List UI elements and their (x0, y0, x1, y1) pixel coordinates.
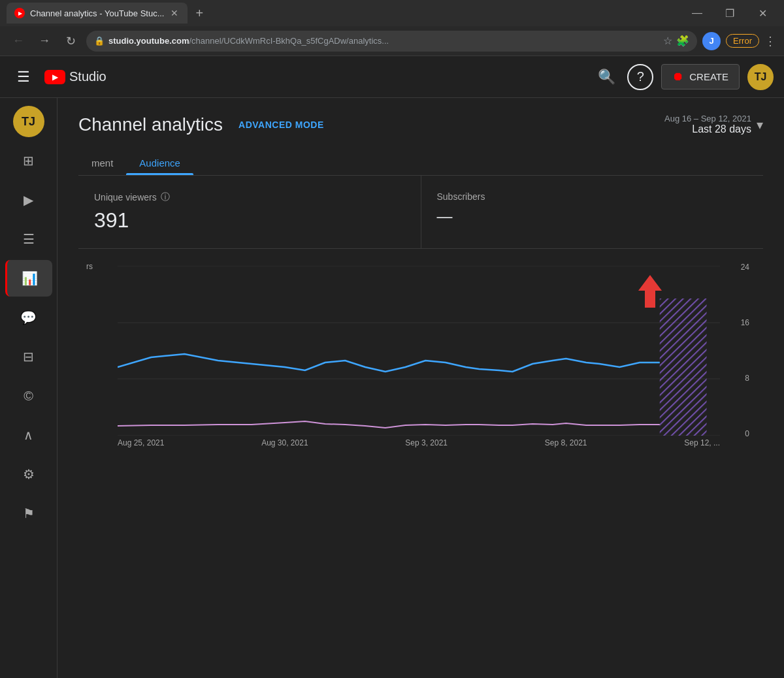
y-label-8: 8 (745, 374, 749, 383)
content-icon: ▶ (24, 192, 33, 208)
url-domain: studio.youtube.com (108, 36, 189, 46)
unique-viewers-text: Unique viewers (94, 192, 157, 202)
minimize-button[interactable]: — (682, 0, 712, 26)
hamburger-menu-button[interactable]: ☰ (10, 64, 37, 90)
sidebar-item-dashboard[interactable]: ⊞ (5, 142, 52, 179)
page-title: Channel analytics (78, 114, 223, 135)
create-button[interactable]: ⏺ CREATE (661, 64, 740, 89)
address-bar: ← → ↻ 🔒 studio.youtube.com/channel/UCdkW… (0, 26, 784, 56)
x-label-aug25: Aug 25, 2021 (118, 438, 164, 447)
tab-close-button[interactable]: ✕ (169, 8, 180, 18)
forward-button[interactable]: → (34, 31, 55, 52)
x-label-sep8: Sep 8, 2021 (545, 438, 587, 447)
tab-audience[interactable]: Audience (126, 151, 193, 175)
unique-viewers-label: Unique viewers ⓘ (94, 191, 405, 203)
chevron-down-icon: ▾ (757, 117, 763, 133)
yt-main-content: TJ ⊞ ▶ ☰ 📊 💬 ⊟ © ∧ (0, 98, 784, 678)
channel-avatar[interactable]: TJ (747, 64, 774, 90)
title-bar: Channel analytics - YouTube Stuc... ✕ + … (0, 0, 784, 26)
tab-title: Channel analytics - YouTube Stuc... (30, 8, 164, 18)
sidebar-item-more[interactable]: ∧ (5, 417, 52, 453)
sidebar-item-feedback[interactable]: ⚑ (5, 495, 52, 532)
yt-studio-logo[interactable]: Studio (44, 69, 106, 84)
feedback-icon: ⚑ (23, 506, 35, 521)
sidebar-channel-avatar[interactable]: TJ (13, 106, 44, 137)
subtitles-icon: ⊟ (23, 349, 34, 364)
y-label-24: 24 (741, 263, 749, 272)
tab-engagement-label: ment (91, 157, 113, 169)
create-label: CREATE (689, 71, 728, 82)
x-label-sep12: Sep 12, ... (684, 438, 720, 447)
analytics-chart: rs (78, 249, 763, 471)
date-range-text: Aug 16 – Sep 12, 2021 Last 28 days (664, 114, 751, 135)
advanced-mode-button[interactable]: ADVANCED MODE (238, 120, 324, 130)
more-icon: ∧ (24, 427, 33, 443)
analytics-icon: 📊 (22, 270, 38, 286)
settings-icon: ⚙ (23, 466, 35, 482)
unique-viewers-info-icon[interactable]: ⓘ (161, 191, 170, 203)
url-path: /channel/UCdkWmRcI-BkhQa_s5fCgADw/analyt… (189, 36, 389, 46)
x-label-aug30: Aug 30, 2021 (261, 438, 308, 447)
tab-audience-label: Audience (139, 157, 180, 169)
subscribers-card: Subscribers — (421, 176, 764, 248)
youtube-logo-icon (44, 70, 65, 84)
tab-engagement[interactable]: ment (78, 151, 126, 175)
studio-text: Studio (69, 69, 106, 84)
yt-header: ☰ Studio 🔍 ? ⏺ CREATE TJ (0, 56, 784, 98)
chart-svg-area: 24 16 8 0 (118, 266, 720, 436)
sidebar-item-analytics[interactable]: 📊 (5, 260, 52, 297)
copyright-icon: © (24, 389, 33, 404)
date-range-label: Aug 16 – Sep 12, 2021 (664, 114, 751, 123)
browser-menu-button[interactable]: ⋮ (764, 34, 776, 48)
sidebar-item-subtitles[interactable]: ⊟ (5, 338, 52, 375)
subscribers-value: — (437, 207, 748, 225)
unique-viewers-value: 391 (94, 208, 405, 233)
y-label-16: 16 (741, 318, 749, 327)
close-button[interactable]: ✕ (747, 0, 777, 26)
new-tab-button[interactable]: + (195, 6, 203, 21)
chart-y-axis-label: rs (86, 262, 93, 271)
date-range-value: Last 28 days (664, 123, 751, 135)
bookmark-icon[interactable]: ☆ (663, 35, 672, 47)
search-button[interactable]: 🔍 (593, 64, 619, 90)
analytics-tabs: ment Audience (78, 151, 763, 176)
url-bar[interactable]: 🔒 studio.youtube.com/channel/UCdkWmRcI-B… (86, 31, 697, 52)
svg-marker-0 (638, 275, 662, 308)
reload-button[interactable]: ↻ (60, 31, 81, 52)
error-badge[interactable]: Error (726, 34, 759, 48)
chart-x-labels: Aug 25, 2021 Aug 30, 2021 Sep 3, 2021 Se… (78, 436, 753, 447)
x-label-sep3: Sep 3, 2021 (405, 438, 448, 447)
url-text: studio.youtube.com/channel/UCdkWmRcI-Bkh… (108, 36, 659, 46)
lock-icon: 🔒 (94, 36, 105, 46)
back-button[interactable]: ← (8, 31, 29, 52)
youtube-studio-app: ☰ Studio 🔍 ? ⏺ CREATE TJ TJ ⊞ ▶ ☰ (0, 56, 784, 678)
browser-profile-avatar[interactable]: J (702, 32, 721, 50)
browser-tab[interactable]: Channel analytics - YouTube Stuc... ✕ (7, 3, 188, 24)
sidebar: TJ ⊞ ▶ ☰ 📊 💬 ⊟ © ∧ (0, 98, 57, 678)
sidebar-item-playlists[interactable]: ☰ (5, 221, 52, 257)
sidebar-item-content[interactable]: ▶ (5, 182, 52, 218)
help-button[interactable]: ? (627, 64, 653, 90)
maximize-button[interactable]: ❐ (715, 0, 745, 26)
extensions-icon[interactable]: 🧩 (676, 35, 689, 47)
sidebar-item-settings[interactable]: ⚙ (5, 456, 52, 492)
page-header: Channel analytics ADVANCED MODE Aug 16 –… (78, 114, 763, 135)
sidebar-item-comments[interactable]: 💬 (5, 299, 52, 336)
subscribers-label: Subscribers (437, 191, 748, 202)
youtube-favicon (14, 8, 25, 18)
browser-chrome: Channel analytics - YouTube Stuc... ✕ + … (0, 0, 784, 56)
sidebar-item-copyright[interactable]: © (5, 378, 52, 414)
window-controls: — ❐ ✕ (682, 0, 777, 26)
date-range-button[interactable]: Aug 16 – Sep 12, 2021 Last 28 days ▾ (664, 114, 763, 135)
subscribers-text: Subscribers (437, 191, 485, 202)
red-arrow-indicator (638, 275, 662, 313)
unique-viewers-card: Unique viewers ⓘ 391 (78, 176, 421, 248)
stats-row: Unique viewers ⓘ 391 Subscribers — (78, 176, 763, 249)
y-label-0: 0 (745, 429, 749, 438)
record-icon: ⏺ (672, 70, 684, 84)
playlists-icon: ☰ (23, 231, 35, 247)
dashboard-icon: ⊞ (23, 153, 34, 169)
analytics-content-area: Channel analytics ADVANCED MODE Aug 16 –… (57, 98, 784, 678)
svg-rect-6 (660, 299, 707, 436)
comments-icon: 💬 (20, 310, 37, 325)
